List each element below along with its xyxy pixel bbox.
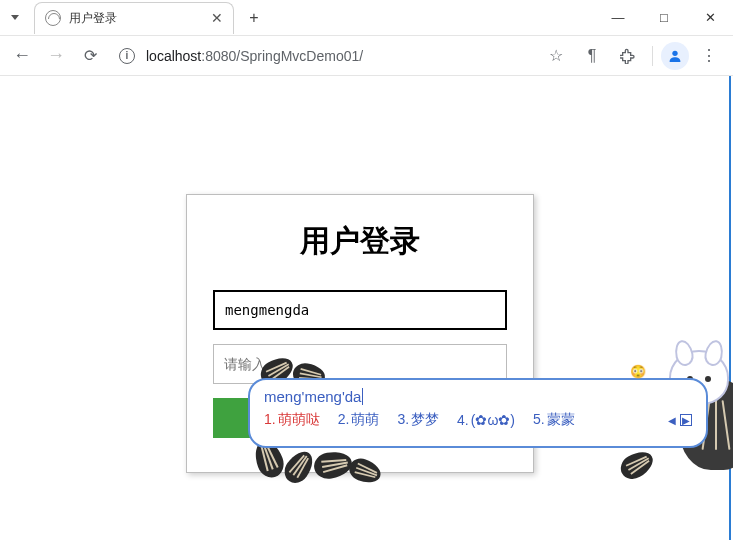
login-title: 用户登录	[213, 221, 507, 262]
forward-button[interactable]: →	[42, 42, 70, 70]
url-host: localhost	[146, 48, 201, 64]
address-bar[interactable]: i localhost:8080/SpringMvcDemo01/	[116, 41, 528, 71]
url-port: :8080	[201, 48, 236, 64]
ime-candidate-4[interactable]: 4.(✿ω✿)	[457, 412, 515, 428]
reload-icon: ⟳	[84, 46, 97, 65]
site-info-button[interactable]: i	[116, 45, 138, 67]
profile-button[interactable]	[661, 42, 689, 70]
browser-tab[interactable]: 用户登录 ✕	[34, 2, 234, 34]
puzzle-icon	[620, 48, 636, 64]
ime-candidate-5[interactable]: 5.蒙蒙	[533, 411, 575, 429]
close-window-button[interactable]: ✕	[687, 0, 733, 36]
maximize-button[interactable]: □	[641, 0, 687, 36]
browser-toolbar: ← → ⟳ i localhost:8080/SpringMvcDemo01/ …	[0, 36, 733, 76]
star-icon: ☆	[549, 46, 563, 65]
window-controls: — □ ✕	[595, 0, 733, 36]
arrow-left-icon: ←	[13, 45, 31, 66]
new-tab-button[interactable]: +	[240, 4, 268, 32]
info-icon: i	[119, 48, 135, 64]
url-path: /SpringMvcDemo01/	[236, 48, 363, 64]
window-titlebar: 用户登录 ✕ + — □ ✕	[0, 0, 733, 36]
ime-prev-page[interactable]: ◀	[666, 414, 678, 426]
reload-button[interactable]: ⟳	[76, 42, 104, 70]
chevron-down-icon	[11, 15, 19, 20]
ime-composition: meng'meng'da	[264, 388, 692, 405]
bookmark-button[interactable]: ☆	[540, 40, 572, 72]
extensions-button[interactable]	[612, 40, 644, 72]
ime-candidate-2[interactable]: 2.萌萌	[338, 411, 380, 429]
reading-mode-button[interactable]: ¶	[576, 40, 608, 72]
svg-point-0	[672, 50, 677, 55]
ime-next-page[interactable]: ▶	[680, 414, 692, 426]
ime-candidate-3[interactable]: 3.梦梦	[397, 411, 439, 429]
close-tab-icon[interactable]: ✕	[211, 10, 223, 26]
globe-icon	[45, 10, 61, 26]
ime-candidate-1[interactable]: 1.萌萌哒	[264, 411, 320, 429]
toolbar-divider	[652, 46, 653, 66]
back-button[interactable]: ←	[8, 42, 36, 70]
person-icon	[667, 48, 683, 64]
pilcrow-icon: ¶	[588, 47, 597, 65]
ime-emoji-hint: 😳	[630, 364, 646, 379]
tab-list-button[interactable]	[0, 15, 30, 20]
menu-button[interactable]: ⋮	[693, 40, 725, 72]
kebab-icon: ⋮	[701, 46, 717, 65]
ime-candidate-bar: 😳 meng'meng'da 1.萌萌哒 2.萌萌 3.梦梦 4.(✿ω✿) 5…	[248, 378, 708, 448]
url-text: localhost:8080/SpringMvcDemo01/	[146, 48, 363, 64]
arrow-right-icon: →	[47, 45, 65, 66]
minimize-button[interactable]: —	[595, 0, 641, 36]
tab-title: 用户登录	[69, 10, 203, 27]
username-input[interactable]	[213, 290, 507, 330]
